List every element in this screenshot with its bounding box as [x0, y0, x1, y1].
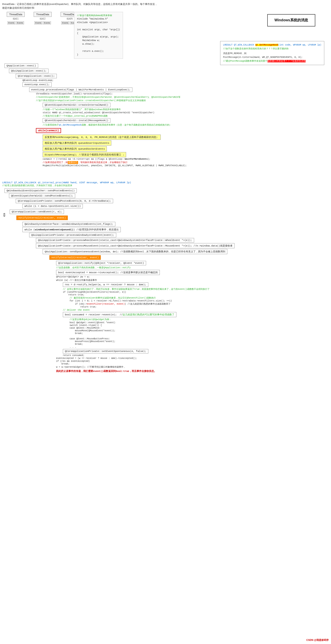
text-qeventloop: QEventLoop eventLoop;: [23, 79, 329, 82]
call-qwindowssysteminterface-sendwindows: QWindowsSystemInterface::sendWindowsSyst…: [23, 222, 115, 226]
bottom-section: LRESULT QT_WIN_CALLBACK qt_internal_proc…: [2, 181, 329, 373]
call-seteventspontaneous: QCoreApplicationPrivate::setEventSpontan…: [63, 349, 148, 354]
call-while-posteventlist: while (i < data->postEventList.size()): [23, 204, 83, 208]
call-qcoreapp-notify: QCoreApplication::notify(QObject *receiv…: [56, 261, 146, 265]
text-qt-create-window: static HWND qt_create_internal_window(co…: [43, 112, 329, 114]
comment-block-self: //如果消息处理完了，则阻塞自己，等到操作系统有消息发过来，才会继续往下执行: [43, 161, 329, 164]
thread-sub-n: 线程N: [67, 17, 73, 20]
csdn-watermark: CSDN @我是标码学: [306, 638, 329, 642]
comment-hidden-window: //创建一个"windows系统的隐形窗口"，用于接收windows系统所有派发…: [43, 108, 329, 111]
annotation-line1: LRESULT QT_WIN_CALLBACK qt_GetMessageHoo…: [223, 43, 321, 47]
comment-wndproc: //里面为它注册了一个叫做qt_internal_proc的WNDPROC函数: [43, 114, 329, 118]
text-return-true-2: return true;: [70, 306, 329, 308]
text-switch: switch (event->type()) {: [70, 324, 329, 326]
call-qcoreapp-sendpostedevents: QCoreApplicationPrivate::sendPostedEvent…: [16, 199, 113, 203]
thread-events-2: Events Events: [34, 21, 51, 24]
code-demo-content: #include "mainwindow.h" #Include <QAppli…: [77, 17, 120, 57]
text-res-check: if (res && eventAccepted): [56, 360, 329, 362]
annotation-line2: 消息是PM_REMOVE，则: [223, 52, 321, 56]
windows-msg-title: Windows系统的消息: [274, 18, 308, 22]
annotation-line3: PostMessage(d->internalHwnd, WM_QT_SENDP…: [223, 56, 321, 59]
comment-deliver-event: // deliver the event: [63, 309, 329, 311]
thread-box-1: ThreadData 线程1 Events Events: [7, 12, 25, 24]
call-qcoreapplication-exec: QCoreApplication::exec();: [16, 74, 57, 78]
text-canwait: canWait = (!retVal && !d->interrupt && (…: [43, 158, 329, 160]
top-annotation-box: LRESULT QT_WIN_CALLBACK qt_GetMessageHoo…: [220, 41, 324, 65]
thread-events-1: Events Events: [8, 21, 24, 24]
call-qwindowsgui-sendpostedevents: QWindowsGuiEventDispatcher::sendPostedEv…: [5, 188, 77, 193]
annotation-comment2: //通过PostMessage函数将事件发送到那个隐形窗口对来处理？？？知道的告…: [223, 59, 321, 63]
text-obj-eventfilter: if (obj->eventFilter(receiver, event)) /…: [70, 302, 329, 306]
call-eventloop-exec: eventLoop.exec();: [23, 82, 52, 87]
main-flow-section1: QApplication::exec() QGuiApplication::ex…: [2, 64, 329, 167]
text-threaddispatcher: threadData->eventDispatcher.load()->proc…: [36, 93, 329, 95]
call-sendspontaneousevent: QGuiApplication::sendSpontaneousEvent(wi…: [43, 249, 227, 254]
thread-rect-2: ThreadData: [34, 12, 52, 17]
windows-msg-box: Windows系统的消息: [267, 14, 315, 26]
call-installmessagehook: QEventDispatcherWin32::installMessageHoo…: [43, 118, 110, 123]
call-while-windowsystemevents: while (windowSystemEventsQueued()) //处理完…: [23, 227, 121, 232]
text-case-mousemove: case QEvent::MouseMove:: [70, 327, 329, 329]
call-dispatchmessage: DispatchMessage(&msg); //派发这个截获队列的消息给相应窗…: [43, 152, 126, 157]
call-qguiapp-processwindowsystemevent: QGuiApplicationPrivate::processWindowSys…: [29, 233, 116, 237]
call-notify-helper: res = d->notify_helper(w, w == receiver …: [63, 282, 148, 287]
call-qapplication-exec: QApplication::exec(): [5, 64, 38, 68]
text-case-mousebuttonpress: case QEvent::MouseButtonPress:: [70, 338, 329, 340]
call-queuedsocketevents: 相应放入用户输入事件的队列 queuedSocketEvents: [43, 146, 107, 152]
call-processwheelevent: QGuiApplicationPrivate::processWheelEven…: [36, 238, 194, 242]
call-qeventdispatcherwin32-sendpostedevents: QEventDispatcherWin32::sendPostedEvents(…: [9, 194, 75, 198]
text-empty-line: [70, 335, 329, 337]
text-parent-widget: w = w->parentWidget(); //不断寻找父窗口对象继续传递事件…: [56, 366, 329, 368]
comment-filter-executed: // 这里让事件过滤器先执行了，同此可以知道，事件过滤器如果返回了true，则直…: [63, 288, 265, 291]
call-notifyinternal2-2: notifyInternal2(receiver, event): [49, 255, 101, 260]
thread-rect-1: ThreadData: [7, 12, 25, 17]
comment-traverse-filters: // 遍历安装到receiver的事件过滤器对象里，先让它们的eventFilt…: [70, 296, 271, 300]
text-eventaccepted-check: eventAccepted = (w == receiver ? mouse :…: [56, 357, 329, 360]
text-sendthrough: if (sendThroughObjectEventFilters(receiv…: [63, 291, 329, 294]
text-break-1: break;: [70, 332, 329, 335]
text-break-3: break;: [56, 363, 329, 365]
call-peekmessage: 反复查询PeekMessage(&msg, 0, 0, 0, PM_REMOVE…: [43, 134, 161, 140]
comment-createeventdispatcher: //这个类在消息QCoreApplicationPrivate::createE…: [36, 99, 329, 102]
call-notifyinternal2-1: notifyInternal2(receiver, event): [16, 216, 68, 220]
page-container: threadData：记录自己线程上的事件发送器(eventDispatcher…: [0, 0, 331, 644]
text-break-2: break;: [70, 343, 329, 346]
comment-qwidget-example: //这里以继承Qobject的Qwidget为例：: [70, 318, 329, 321]
code-demo-box: //拿这个最简单的demo程序来举例 #include "mainwindow.…: [74, 12, 123, 59]
comment-virtual-notify: //这是虚函数，会对应子类的具体函数，一般是QApplication::noti…: [56, 266, 329, 269]
call-qguiapplication-exec: QGuiApplication::exec();: [9, 69, 49, 73]
code-comment-1: //拿这个最简单的demo程序来举例: [77, 14, 120, 17]
text-qwidget-event: bool QWidget::event(QEvent *event): [70, 322, 329, 324]
call-queueduserinputevents: 相应放入用户输入事件的队列 queuedUserInputEvents: [43, 140, 111, 146]
comment-dispatcher-types: //eventDispatcher是基类指针，子类往往有QEventDispat…: [36, 96, 329, 99]
call-processevents: eventLoop.processEvents(flags | WaitForM…: [29, 88, 132, 92]
call-eventaccepted: bool eventAccepted = mouse->isAccepted()…: [56, 270, 160, 275]
text-mousepress-call: mousePress(QMouseEvent*event);: [70, 340, 329, 343]
flow2-header: LRESULT QT_WIN_CALLBACK qt_internal_proc…: [2, 181, 131, 184]
call-receiver-event: bool consumed = receiver->event(e); //这几…: [63, 312, 176, 317]
event-item: Events: [61, 21, 69, 24]
call-processmouseevent: QGuiApplicationPrivate::processMouseEven…: [36, 243, 234, 248]
text-while-w: while (w) //一直往父对象传递该事件: [56, 278, 329, 282]
call-qcoreapp-sendevent: QCoreApplication::sendEvent(r, e);: [10, 210, 64, 214]
text-msgwait: MsgWaitForMultipleObjectsEx(nCount, pHan…: [43, 164, 329, 167]
event-item: Events: [34, 21, 43, 24]
thread-sub-1: 线程1: [13, 17, 19, 20]
annotation-comment1: //由于这个函数是在操作系统线程里执行的？？？所以要尽量的快: [223, 47, 321, 51]
flow2-header-comment: //处理上面说的隐形窗口的消息。只有收到了消息，才会执行到这里来: [2, 184, 329, 187]
event-item: Events: [16, 21, 24, 24]
text-for-eventfilters: for (int i = 0; i < receiver->d_func()->…: [70, 300, 329, 302]
text-conclusion: 因此拦止该事件的传递，我们需要event()函数返回到bool:true，而且事…: [56, 370, 236, 373]
text-return-consumed: return consumed;: [63, 354, 329, 357]
thread-sub-2: 线程2: [40, 17, 46, 20]
comment-hookhook: //注册系统钩子qt_GetMessageHook函数，截获操作系统系统所有事件…: [43, 123, 329, 126]
while-canwait: while[canWait]: [36, 128, 61, 133]
call-createinternalhwnd: QEventDispatcherWin32::createInternalHwn…: [43, 103, 110, 107]
top-description: threadData：记录自己线程上的事件发送器(eventDispatcher…: [2, 2, 159, 10]
text-pw: QPointer<QWidget> pw = w;: [56, 276, 329, 278]
text-mousemove-call: mouseMove(QMouseEvent*event));: [70, 330, 329, 332]
thread-box-2: ThreadData 线程2 Events Events: [34, 12, 52, 24]
event-item: Events: [43, 21, 51, 24]
event-item: Events: [8, 21, 16, 24]
text-return-true-1: return true;: [63, 294, 329, 296]
